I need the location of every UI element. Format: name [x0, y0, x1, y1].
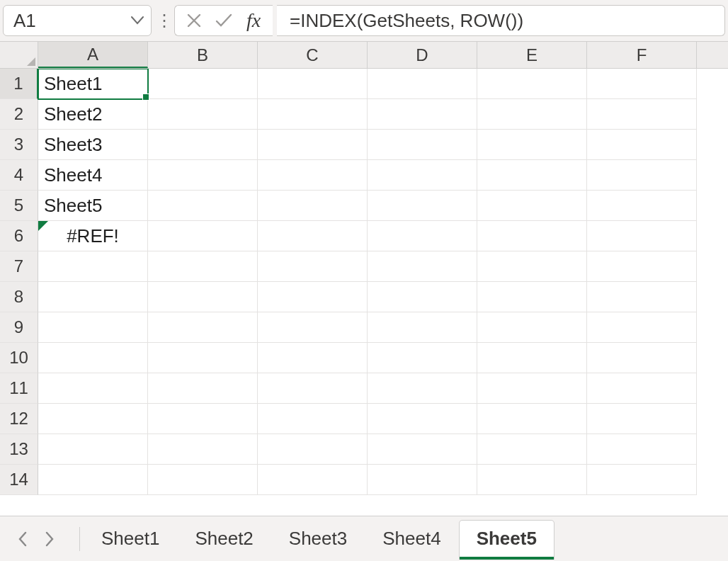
cell[interactable]: [148, 99, 258, 130]
row-header[interactable]: 9: [0, 312, 38, 343]
vertical-dots-icon[interactable]: ⋮: [156, 11, 170, 30]
cell[interactable]: [258, 404, 368, 434]
cell[interactable]: [258, 69, 368, 99]
cell[interactable]: [38, 404, 148, 434]
cell[interactable]: [38, 343, 148, 373]
cell[interactable]: [258, 312, 368, 343]
cell[interactable]: [368, 373, 477, 404]
cell[interactable]: [148, 130, 258, 160]
row-header[interactable]: 8: [0, 282, 38, 312]
cell[interactable]: [477, 465, 587, 495]
cell[interactable]: [477, 251, 587, 282]
row-header[interactable]: 5: [0, 191, 38, 221]
cell[interactable]: [477, 434, 587, 465]
cell[interactable]: [477, 69, 587, 99]
cell[interactable]: [477, 404, 587, 434]
cell[interactable]: [477, 373, 587, 404]
row-header[interactable]: 7: [0, 251, 38, 282]
cell[interactable]: [148, 282, 258, 312]
cell[interactable]: [587, 434, 697, 465]
cell[interactable]: [477, 130, 587, 160]
sheet-nav-next-icon[interactable]: [44, 531, 55, 548]
cell[interactable]: [368, 312, 477, 343]
cell[interactable]: [148, 221, 258, 251]
sheet-tab[interactable]: Sheet4: [365, 521, 457, 557]
cell[interactable]: Sheet2: [38, 99, 148, 130]
cell[interactable]: [587, 373, 697, 404]
cell[interactable]: [258, 465, 368, 495]
cell[interactable]: [368, 69, 477, 99]
cell[interactable]: [477, 221, 587, 251]
row-header[interactable]: 2: [0, 99, 38, 130]
accept-button[interactable]: [209, 6, 239, 35]
cell[interactable]: [368, 251, 477, 282]
cell[interactable]: [587, 312, 697, 343]
cell[interactable]: [148, 434, 258, 465]
cell[interactable]: [258, 191, 368, 221]
cell[interactable]: #REF!: [38, 221, 148, 251]
cell[interactable]: [587, 160, 697, 191]
cell[interactable]: Sheet3: [38, 130, 148, 160]
cell[interactable]: [587, 69, 697, 99]
cell[interactable]: [587, 221, 697, 251]
row-header[interactable]: 12: [0, 404, 38, 434]
cell[interactable]: [587, 404, 697, 434]
cell[interactable]: [368, 404, 477, 434]
column-header[interactable]: C: [258, 42, 368, 68]
column-header[interactable]: E: [477, 42, 587, 68]
cell[interactable]: [148, 251, 258, 282]
cell[interactable]: Sheet5: [38, 191, 148, 221]
cell[interactable]: [258, 282, 368, 312]
row-header[interactable]: 3: [0, 130, 38, 160]
sheet-nav-prev-icon[interactable]: [17, 531, 28, 548]
cell[interactable]: Sheet4: [38, 160, 148, 191]
cell[interactable]: [38, 434, 148, 465]
cell[interactable]: [477, 312, 587, 343]
cell[interactable]: [258, 99, 368, 130]
fx-button[interactable]: fx: [239, 6, 268, 35]
cell[interactable]: [258, 373, 368, 404]
cell[interactable]: [148, 404, 258, 434]
cell[interactable]: [477, 160, 587, 191]
cell[interactable]: [477, 343, 587, 373]
cell[interactable]: [368, 130, 477, 160]
cell[interactable]: [148, 373, 258, 404]
cell[interactable]: [258, 434, 368, 465]
sheet-tab[interactable]: Sheet5: [460, 521, 554, 560]
select-all-corner[interactable]: [0, 42, 38, 68]
cell[interactable]: [587, 343, 697, 373]
cell[interactable]: [368, 465, 477, 495]
column-header[interactable]: D: [368, 42, 477, 68]
formula-input[interactable]: =INDEX(GetSheets, ROW()): [277, 5, 725, 36]
row-header[interactable]: 11: [0, 373, 38, 404]
cell[interactable]: [368, 191, 477, 221]
cell[interactable]: [38, 312, 148, 343]
cell[interactable]: [477, 191, 587, 221]
cell[interactable]: [258, 343, 368, 373]
cell[interactable]: [587, 465, 697, 495]
cell[interactable]: [38, 282, 148, 312]
row-header[interactable]: 6: [0, 221, 38, 251]
cell[interactable]: Sheet1: [38, 69, 148, 99]
column-header[interactable]: B: [148, 42, 258, 68]
sheet-tab[interactable]: Sheet3: [272, 521, 364, 557]
cell[interactable]: [477, 99, 587, 130]
cell[interactable]: [587, 130, 697, 160]
cell[interactable]: [38, 373, 148, 404]
cell[interactable]: [148, 312, 258, 343]
cell[interactable]: [148, 191, 258, 221]
cell[interactable]: [587, 191, 697, 221]
cell[interactable]: [38, 251, 148, 282]
cell[interactable]: [587, 282, 697, 312]
chevron-down-icon[interactable]: [131, 16, 144, 25]
row-header[interactable]: 4: [0, 160, 38, 191]
column-header[interactable]: F: [587, 42, 697, 68]
row-header[interactable]: 14: [0, 465, 38, 495]
cell[interactable]: [368, 160, 477, 191]
sheet-tab[interactable]: Sheet2: [178, 521, 270, 557]
cell[interactable]: [258, 160, 368, 191]
cell[interactable]: [587, 99, 697, 130]
cell[interactable]: [258, 251, 368, 282]
cell[interactable]: [148, 160, 258, 191]
row-header[interactable]: 10: [0, 343, 38, 373]
